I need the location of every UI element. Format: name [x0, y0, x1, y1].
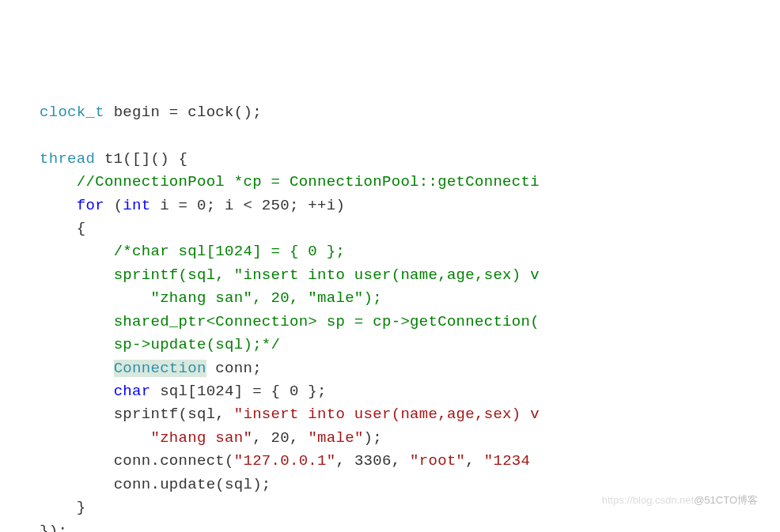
str-sex: "male" — [308, 429, 363, 447]
sql-decl: sql[1024] = { 0 }; — [150, 383, 326, 400]
str-insert: "insert into user(name,age,sex) v — [234, 406, 540, 423]
connect-call: conn.connect( — [114, 452, 234, 470]
watermark-url: https://blog.csdn.net — [602, 494, 694, 506]
port-seg: , 3306, — [335, 452, 410, 470]
eq: = — [169, 104, 179, 121]
code-block: clock_t begin = clock(); thread t1([]() … — [40, 101, 780, 532]
str-name: "zhang san" — [150, 429, 252, 447]
comma-age: , 20, — [252, 429, 308, 447]
type-thread: thread — [40, 150, 95, 168]
sprintf-call: sprintf(sql, — [114, 406, 234, 423]
str-ip: "127.0.0.1" — [234, 452, 336, 470]
block-comment-2: sprintf(sql, "insert into user(name,age,… — [114, 266, 540, 284]
thread-lambda: t1([]() { — [104, 150, 187, 168]
watermark-tag: @51CTO博客 — [694, 494, 758, 506]
var-begin: begin — [114, 104, 161, 121]
int-keyword: int — [123, 197, 150, 214]
comma-2: , — [465, 452, 483, 470]
type-connection: Connection — [114, 360, 206, 377]
conn-decl: conn; — [206, 360, 262, 377]
block-comment-5: sp->update(sql);*/ — [114, 336, 281, 353]
paren-end-1: ); — [364, 429, 382, 447]
comment-pool: //ConnectionPool *cp = ConnectionPool::g… — [77, 173, 540, 191]
sprintf-indent — [114, 429, 151, 447]
watermark: https://blog.csdn.net@51CTO博客 — [602, 492, 758, 508]
for-init: i = 0; i < 250; ++i) — [160, 197, 345, 214]
block-comment-4: shared_ptr<Connection> sp = cp->getConne… — [114, 313, 540, 330]
str-pwd: "1234 — [484, 452, 531, 470]
call-clock: clock(); — [187, 104, 262, 121]
brace-open: { — [77, 220, 86, 237]
for-keyword: for — [77, 197, 104, 214]
type-clock_t: clock_t — [40, 104, 104, 121]
str-root: "root" — [410, 452, 465, 470]
for-paren: ( — [114, 197, 123, 214]
update-call: conn.update(sql); — [114, 476, 271, 493]
block-comment-1: /*char sql[1024] = { 0 }; — [114, 243, 346, 260]
brace-close-inner: } — [77, 499, 86, 516]
brace-close-outer: }); — [40, 523, 67, 532]
block-comment-3: "zhang san", 20, "male"); — [114, 289, 382, 307]
char-keyword: char — [114, 383, 151, 400]
